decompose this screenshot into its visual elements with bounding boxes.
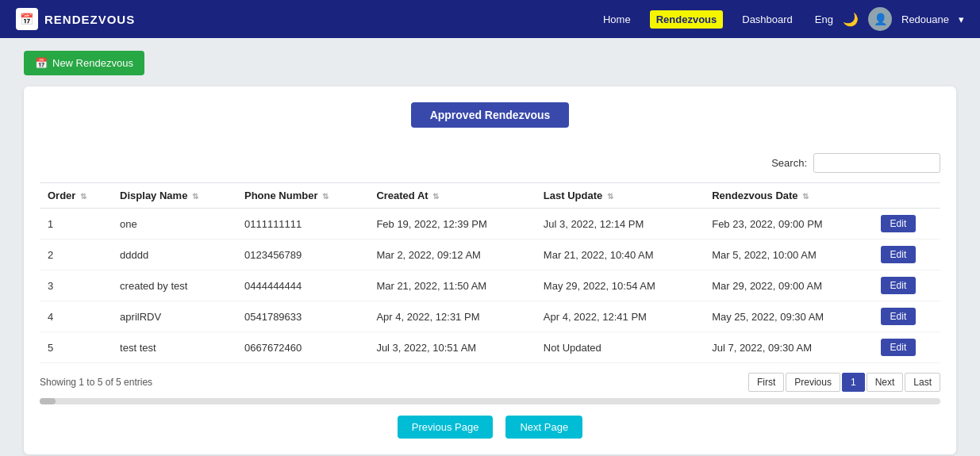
search-bar: Search:	[40, 153, 940, 173]
search-label: Search:	[771, 157, 807, 169]
col-display-name: Display Name ⇅	[112, 183, 236, 209]
cell-edit: Edit	[873, 332, 940, 363]
new-rendezvous-label: New Rendezvous	[52, 57, 133, 69]
edit-button[interactable]: Edit	[881, 277, 917, 294]
search-input[interactable]	[813, 153, 940, 173]
edit-button[interactable]: Edit	[881, 308, 917, 325]
cell-edit: Edit	[873, 239, 940, 270]
table-footer: Showing 1 to 5 of 5 entries First Previo…	[40, 373, 940, 392]
main-nav: Home Rendezvous Dashboard	[597, 10, 799, 29]
cell-created-at: Mar 21, 2022, 11:50 AM	[368, 270, 535, 301]
avatar: 👤	[868, 7, 892, 31]
cell-edit: Edit	[873, 209, 940, 239]
card-title: Approved Rendezvous	[411, 102, 570, 128]
rendezvous-table: Order ⇅ Display Name ⇅ Phone Number ⇅ Cr…	[40, 182, 940, 363]
pagination-last[interactable]: Last	[905, 373, 940, 392]
logo-icon: 📅	[16, 8, 38, 30]
main-card: Approved Rendezvous Search: Order ⇅ Disp…	[24, 86, 956, 454]
cell-order: 3	[40, 270, 112, 301]
next-page-button[interactable]: Next Page	[505, 416, 582, 439]
logo-text: RENDEZVOUS	[44, 13, 135, 26]
cell-phone: 0541789633	[236, 301, 368, 332]
table-row: 5 test test 0667672460 Jul 3, 2022, 10:5…	[40, 332, 940, 363]
cell-last-update: Apr 4, 2022, 12:41 PM	[536, 301, 704, 332]
sort-icon-last-update[interactable]: ⇅	[607, 192, 613, 201]
edit-button[interactable]: Edit	[881, 246, 917, 263]
cell-phone: 0444444444	[236, 270, 368, 301]
cell-last-update: May 29, 2022, 10:54 AM	[536, 270, 704, 301]
edit-button[interactable]: Edit	[881, 215, 917, 232]
table-header-row: Order ⇅ Display Name ⇅ Phone Number ⇅ Cr…	[40, 183, 940, 209]
cell-created-at: Jul 3, 2022, 10:51 AM	[368, 332, 535, 363]
table-row: 3 created by test 0444444444 Mar 21, 202…	[40, 270, 940, 301]
cell-last-update: Mar 21, 2022, 10:40 AM	[536, 239, 704, 270]
scroll-row[interactable]	[40, 398, 940, 404]
cell-phone: 0111111111	[236, 209, 368, 239]
username[interactable]: Redouane	[901, 13, 949, 25]
page-nav: Previous Page Next Page	[40, 416, 940, 439]
cell-created-at: Mar 2, 2022, 09:12 AM	[368, 239, 535, 270]
cell-display-name: created by test	[112, 270, 236, 301]
pagination-first[interactable]: First	[748, 373, 784, 392]
cell-display-name: one	[112, 209, 236, 239]
showing-text: Showing 1 to 5 of 5 entries	[40, 377, 152, 388]
pagination-page-1[interactable]: 1	[842, 373, 865, 392]
col-phone: Phone Number ⇅	[236, 183, 368, 209]
sort-icon-phone[interactable]: ⇅	[322, 192, 329, 201]
col-created-at: Created At ⇅	[368, 183, 535, 209]
table-row: 2 ddddd 0123456789 Mar 2, 2022, 09:12 AM…	[40, 239, 940, 270]
pagination: First Previous 1 Next Last	[748, 373, 940, 392]
cell-edit: Edit	[873, 270, 940, 301]
col-order: Order ⇅	[40, 183, 112, 209]
cell-rdv-date: Feb 23, 2022, 09:00 PM	[704, 209, 872, 239]
cell-order: 4	[40, 301, 112, 332]
dark-mode-icon[interactable]: 🌙	[843, 12, 859, 27]
cell-order: 2	[40, 239, 112, 270]
pagination-next[interactable]: Next	[867, 373, 904, 392]
nav-rendezvous[interactable]: Rendezvous	[650, 10, 724, 29]
table-row: 4 aprilRDV 0541789633 Apr 4, 2022, 12:31…	[40, 301, 940, 332]
sort-icon-rdv-date[interactable]: ⇅	[802, 192, 809, 201]
main-content: 📅 New Rendezvous Approved Rendezvous Sea…	[0, 38, 980, 456]
cell-phone: 0123456789	[236, 239, 368, 270]
username-chevron: ▾	[959, 13, 964, 25]
scroll-track	[40, 398, 940, 404]
cell-rdv-date: May 25, 2022, 09:30 AM	[704, 301, 872, 332]
sort-icon-order[interactable]: ⇅	[80, 192, 86, 201]
sort-icon-created-at[interactable]: ⇅	[432, 192, 439, 201]
scroll-thumb	[40, 398, 56, 404]
cell-last-update: Jul 3, 2022, 12:14 PM	[536, 209, 704, 239]
cell-last-update: Not Updated	[536, 332, 704, 363]
cell-rdv-date: Jul 7, 2022, 09:30 AM	[704, 332, 872, 363]
cell-display-name: ddddd	[112, 239, 236, 270]
cell-created-at: Feb 19, 2022, 12:39 PM	[368, 209, 535, 239]
logo: 📅 RENDEZVOUS	[16, 8, 597, 30]
sort-icon-display-name[interactable]: ⇅	[192, 192, 198, 201]
cell-rdv-date: Mar 29, 2022, 09:00 AM	[704, 270, 872, 301]
language-selector[interactable]: Eng	[815, 13, 833, 25]
cell-phone: 0667672460	[236, 332, 368, 363]
cell-order: 1	[40, 209, 112, 239]
nav-home[interactable]: Home	[597, 10, 637, 29]
cell-edit: Edit	[873, 301, 940, 332]
prev-page-button[interactable]: Previous Page	[398, 416, 494, 439]
pagination-prev[interactable]: Previous	[786, 373, 840, 392]
cell-display-name: test test	[112, 332, 236, 363]
header: 📅 RENDEZVOUS Home Rendezvous Dashboard E…	[0, 0, 980, 38]
edit-button[interactable]: Edit	[881, 339, 917, 356]
nav-dashboard[interactable]: Dashboard	[736, 10, 799, 29]
header-right: Eng 🌙 👤 Redouane ▾	[815, 7, 964, 31]
cell-order: 5	[40, 332, 112, 363]
new-rendezvous-button[interactable]: 📅 New Rendezvous	[24, 51, 144, 75]
table-row: 1 one 0111111111 Feb 19, 2022, 12:39 PM …	[40, 209, 940, 239]
card-title-wrapper: Approved Rendezvous	[40, 102, 940, 140]
col-last-update: Last Update ⇅	[536, 183, 704, 209]
cell-rdv-date: Mar 5, 2022, 10:00 AM	[704, 239, 872, 270]
col-actions	[873, 183, 940, 209]
calendar-icon: 📅	[35, 57, 48, 69]
col-rdv-date: Rendezvous Date ⇅	[704, 183, 872, 209]
cell-created-at: Apr 4, 2022, 12:31 PM	[368, 301, 535, 332]
cell-display-name: aprilRDV	[112, 301, 236, 332]
